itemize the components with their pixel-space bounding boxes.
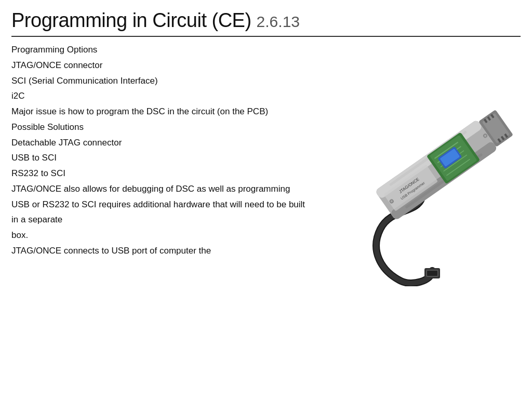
list-item: JTAG/ONCE also allows for debugging of D… — [11, 184, 290, 194]
page-title-main: Programming in Circuit (CE) — [11, 9, 251, 32]
list-item: SCI (Serial Communication Interface) — [11, 76, 158, 86]
list-item: Programming Options — [11, 45, 97, 55]
content-lines: Programming OptionsJTAG/ONCE connectorSC… — [11, 42, 313, 259]
text-content: Programming OptionsJTAG/ONCE connectorSC… — [11, 42, 323, 259]
list-item: USB or RS232 to SCI requires additional … — [11, 200, 305, 225]
list-item: i2C — [11, 91, 25, 101]
title-area: Programming in Circuit (CE) 2.6.13 — [11, 9, 521, 37]
device-illustration: JTAG/ONCE USB Programmer — [328, 52, 521, 286]
list-item: Detachable JTAG connector — [11, 138, 122, 148]
list-item: Possible Solutions — [11, 122, 84, 132]
page-container: Programming in Circuit (CE) 2.6.13 Progr… — [0, 0, 532, 399]
content-area: Programming OptionsJTAG/ONCE connectorSC… — [11, 42, 521, 286]
list-item: JTAG/ONCE connector — [11, 60, 102, 70]
page-title-version: 2.6.13 — [257, 13, 300, 31]
list-item: JTAG/ONCE connects to USB port of comput… — [11, 246, 211, 256]
list-item: USB to SCI — [11, 153, 57, 163]
svg-rect-2 — [427, 271, 437, 276]
list-item: RS232 to SCI — [11, 168, 65, 178]
list-item: box. — [11, 230, 28, 240]
image-area: JTAG/ONCE USB Programmer — [323, 52, 521, 286]
list-item: Major issue is how to program the DSC in… — [11, 107, 268, 116]
